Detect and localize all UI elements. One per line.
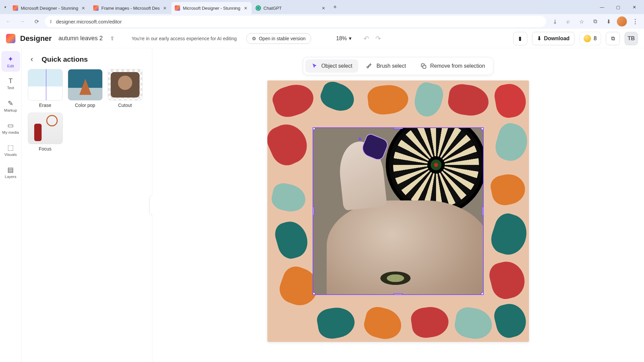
leaf-decoration: [272, 218, 312, 262]
rail-layers[interactable]: ▤ Layers: [1, 162, 20, 182]
resize-handle-top[interactable]: [393, 127, 403, 129]
panel-back-button[interactable]: ‹: [27, 55, 37, 64]
browser-tab[interactable]: Frame images - Microsoft Des ✕: [90, 2, 171, 14]
text-icon: T: [8, 77, 12, 85]
resize-handle-left[interactable]: [313, 206, 314, 216]
zoom-control[interactable]: 18% ▾: [336, 35, 352, 42]
leaf-decoration: [267, 118, 313, 170]
resize-handle-top-right[interactable]: [481, 127, 484, 130]
copy-link-button[interactable]: ⧉: [606, 32, 620, 45]
brush-select-button[interactable]: Brush select: [360, 59, 412, 73]
favicon-chatgpt-icon: [256, 5, 261, 11]
tab-title: Microsoft Designer - Stunning: [183, 6, 240, 11]
user-avatar-chip[interactable]: TB: [625, 32, 638, 45]
nav-back-button[interactable]: ←: [3, 16, 14, 27]
qa-focus[interactable]: Focus: [28, 113, 63, 152]
browser-chrome: ▾ Microsoft Designer - Stunning ✕ Frame …: [0, 0, 644, 29]
cat-eye-region: [380, 272, 411, 285]
credits-count: 8: [594, 36, 597, 42]
address-bar[interactable]: ⇪ designer.microsoft.com/editor: [45, 16, 546, 27]
svg-rect-1: [423, 65, 426, 68]
artboard[interactable]: ▲ ↻: [267, 80, 529, 342]
leaf-decoration: [492, 301, 529, 341]
object-select-button[interactable]: Object select: [305, 59, 358, 73]
browser-tab-active[interactable]: Microsoft Designer - Stunning ✕: [171, 2, 251, 14]
leaf-decoration: [367, 83, 410, 116]
tab-close-icon[interactable]: ✕: [243, 6, 248, 11]
ai-banner-text: You're in our early access experience fo…: [127, 33, 241, 44]
rail-label: Edit: [7, 64, 14, 68]
tab-title: Frame images - Microsoft Des: [101, 6, 160, 11]
tab-strip: ▾ Microsoft Designer - Stunning ✕ Frame …: [0, 0, 644, 14]
panel-header: ‹ Quick actions: [27, 55, 145, 64]
browser-tab[interactable]: ChatGPT ✕: [252, 2, 329, 14]
rail-markup[interactable]: ✎ Markup: [1, 95, 20, 116]
rail-visuals[interactable]: ⬚ Visuals: [1, 139, 20, 160]
rail-my-media[interactable]: ▭ My media: [1, 117, 20, 138]
close-window-button[interactable]: ✕: [627, 1, 642, 13]
remove-from-selection-button[interactable]: Remove from selection: [414, 59, 491, 73]
resize-handle-bottom[interactable]: [393, 293, 403, 295]
tab-close-icon[interactable]: ✕: [162, 6, 167, 11]
canvas-area[interactable]: Object select Brush select Remove from s…: [152, 48, 644, 362]
resize-handle-bottom-right[interactable]: [481, 292, 484, 295]
remove-selection-icon: [420, 63, 427, 69]
rail-edit[interactable]: ✦ Edit: [1, 51, 20, 72]
qa-thumb-erase: [28, 69, 63, 101]
quick-actions-grid-row2: Focus: [25, 113, 145, 152]
reload-button[interactable]: ⟳: [31, 16, 42, 27]
extensions-icon[interactable]: ⧉: [589, 15, 601, 27]
downloads-icon[interactable]: ⬇: [602, 15, 614, 27]
browser-tab[interactable]: Microsoft Designer - Stunning ✕: [9, 2, 89, 14]
favicon-designer-icon: [175, 5, 180, 11]
zoom-value: 18%: [336, 36, 347, 42]
download-label: Download: [544, 36, 570, 42]
undo-button[interactable]: ↶: [364, 35, 369, 43]
tool-rail: ✦ Edit T Text ✎ Markup ▭ My media ⬚ Visu…: [0, 48, 21, 362]
minimize-button[interactable]: —: [594, 1, 610, 13]
qa-thumb-focus: [28, 113, 63, 144]
maximize-button[interactable]: ▢: [610, 1, 626, 13]
redo-button[interactable]: ↷: [375, 35, 381, 43]
selected-image-frame[interactable]: ▲ ↻: [313, 127, 484, 295]
open-stable-version-button[interactable]: ⚙ Open in stable version: [246, 33, 311, 44]
rail-label: Visuals: [4, 153, 17, 157]
profile-avatar[interactable]: [616, 15, 628, 27]
rail-label: Text: [7, 86, 14, 90]
new-tab-button[interactable]: +: [330, 2, 340, 12]
layers-icon: ▤: [7, 166, 14, 174]
rail-text[interactable]: T Text: [1, 73, 20, 94]
rail-label: Markup: [4, 108, 17, 112]
qa-label: Cutout: [118, 103, 132, 108]
credits-chip[interactable]: 8: [579, 32, 601, 45]
resize-handle-bottom-left[interactable]: [313, 292, 316, 295]
download-button[interactable]: ⬇ Download: [532, 32, 575, 45]
device-preview-button[interactable]: ▮: [513, 32, 527, 45]
qa-erase[interactable]: Erase: [28, 69, 63, 108]
cloud-sync-icon[interactable]: ⇪: [109, 35, 115, 42]
object-select-label: Object select: [321, 63, 352, 69]
qa-color-pop[interactable]: Color pop: [67, 69, 103, 108]
tab-title: ChatGPT: [264, 6, 318, 11]
cursor-icon: [311, 63, 318, 69]
document-name[interactable]: autumn leaves 2: [58, 35, 103, 42]
favicon-designer-icon: [93, 5, 99, 11]
leaf-decoration: [446, 82, 490, 118]
bookmark-star-icon[interactable]: ☆: [576, 15, 588, 27]
tab-close-icon[interactable]: ✕: [321, 6, 326, 11]
app-name: Designer: [20, 34, 52, 43]
chrome-menu-icon[interactable]: ⋮: [629, 15, 641, 27]
leaf-decoration: [270, 181, 308, 214]
site-info-icon[interactable]: ⇪: [49, 19, 53, 24]
tab-close-icon[interactable]: ✕: [81, 6, 86, 11]
resize-handle-right[interactable]: [482, 206, 484, 216]
resize-handle-top-left[interactable]: [313, 127, 316, 130]
zoom-icon[interactable]: ⌕: [562, 15, 574, 27]
tab-search-dropdown[interactable]: ▾: [2, 4, 9, 10]
qa-cutout[interactable]: Cutout: [107, 69, 143, 108]
install-app-icon[interactable]: ⤓: [549, 15, 561, 27]
designer-logo-icon[interactable]: [6, 34, 15, 43]
coin-icon: [584, 35, 591, 42]
nav-forward-button[interactable]: →: [17, 16, 28, 27]
quick-actions-grid: Erase Color pop Cutout: [25, 69, 145, 108]
